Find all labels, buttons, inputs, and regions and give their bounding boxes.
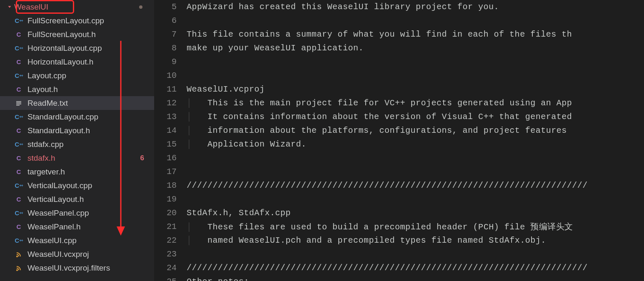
editor-line[interactable]: 14│ information about the platforms, con… (154, 124, 644, 137)
file-row[interactable]: Ctargetver.h (0, 165, 154, 179)
file-name-label: VerticalLayout.cpp (27, 181, 92, 190)
editor-line[interactable]: 12│ This is the main project file for VC… (154, 96, 644, 110)
file-row[interactable]: C++WeaselPanel.cpp (0, 206, 154, 220)
editor-line[interactable]: 10 (154, 69, 644, 82)
file-name-label: FullScreenLayout.h (27, 30, 96, 39)
file-row[interactable]: C++Layout.cpp (0, 69, 154, 82)
file-name-label: WeaselUI.vcxproj.filters (27, 264, 110, 273)
line-number: 13 (154, 112, 187, 122)
cpp-file-icon: C++ (14, 140, 23, 149)
line-number: 25 (154, 277, 187, 281)
line-number: 21 (154, 222, 187, 231)
editor-line[interactable]: 9 (154, 55, 644, 69)
file-name-label: ReadMe.txt (27, 99, 68, 108)
file-name-label: Layout.h (27, 85, 58, 94)
folder-row[interactable]: WeaselUI (0, 0, 154, 14)
line-content: ////////////////////////////////////////… (187, 181, 644, 190)
file-name-label: FullScreenLayout.cpp (27, 16, 104, 25)
editor-line[interactable]: 21│ These files are used to build a prec… (154, 220, 644, 234)
editor-line[interactable]: 11WeaselUI.vcproj (154, 82, 644, 96)
file-row[interactable]: C++FullScreenLayout.cpp (0, 14, 154, 27)
editor-line[interactable]: 17 (154, 165, 644, 179)
line-number: 23 (154, 249, 187, 259)
problems-badge: 6 (140, 154, 144, 162)
header-file-icon: C (14, 195, 23, 204)
folder-name: WeaselUI (14, 2, 48, 12)
file-row[interactable]: WeaselUI.vcxproj (0, 247, 154, 261)
header-file-icon: C (14, 167, 23, 177)
cpp-file-icon: C++ (14, 181, 23, 190)
file-name-label: HorizontalLayout.cpp (27, 44, 102, 53)
editor-line[interactable]: 13│ It contains information about the ve… (154, 110, 644, 124)
editor-line[interactable]: 19 (154, 192, 644, 206)
line-number: 16 (154, 153, 187, 163)
editor-line[interactable]: 7This file contains a summary of what yo… (154, 27, 644, 41)
file-row[interactable]: C++HorizontalLayout.cpp (0, 41, 154, 55)
editor-line[interactable]: 5AppWizard has created this WeaselUI lib… (154, 0, 644, 14)
file-row[interactable]: CFullScreenLayout.h (0, 27, 154, 41)
file-name-label: stdafx.h (27, 154, 55, 163)
header-file-icon: C (14, 222, 23, 231)
file-row[interactable]: C++WeaselUI.cpp (0, 234, 154, 247)
header-file-icon: C (14, 126, 23, 135)
file-row[interactable]: WeaselUI.vcxproj.filters (0, 261, 154, 275)
file-row[interactable]: CWeaselPanel.h (0, 220, 154, 234)
line-content: │ This is the main project file for VC++… (187, 98, 644, 108)
line-number: 6 (154, 16, 187, 25)
line-number: 24 (154, 263, 187, 273)
file-row[interactable]: C++stdafx.cpp (0, 137, 154, 151)
line-content: │ named WeaselUI.pch and a precompiled t… (187, 236, 644, 245)
file-row[interactable]: Cstdafx.h6 (0, 151, 154, 165)
header-file-icon: C (14, 30, 23, 39)
file-row[interactable]: C++StandardLayout.cpp (0, 110, 154, 124)
cpp-file-icon: C++ (14, 112, 23, 122)
line-number: 20 (154, 208, 187, 218)
editor-line[interactable]: 23 (154, 247, 644, 261)
editor-line[interactable]: 16 (154, 151, 644, 165)
file-list: C++FullScreenLayout.cppCFullScreenLayout… (0, 14, 154, 275)
file-name-label: StandardLayout.h (27, 126, 90, 135)
editor-line[interactable]: 8make up your WeaselUI application. (154, 41, 644, 55)
cpp-file-icon: C++ (14, 236, 23, 245)
cpp-file-icon: C++ (14, 209, 23, 218)
editor-line[interactable]: 22│ named WeaselUI.pch and a precompiled… (154, 234, 644, 247)
line-content: │ It contains information about the vers… (187, 112, 644, 122)
app-root: WeaselUI C++FullScreenLayout.cppCFullScr… (0, 0, 644, 281)
file-name-label: WeaselUI.vcxproj (27, 250, 89, 259)
line-number: 17 (154, 167, 187, 177)
cpp-file-icon: C++ (14, 44, 23, 53)
line-number: 15 (154, 139, 187, 149)
file-row[interactable]: ReadMe.txt (0, 96, 154, 110)
modified-dot-icon (139, 5, 142, 9)
file-name-label: VerticalLayout.h (27, 195, 84, 204)
file-row[interactable]: CLayout.h (0, 82, 154, 96)
editor-line[interactable]: 18//////////////////////////////////////… (154, 179, 644, 192)
line-content: StdAfx.h, StdAfx.cpp (187, 208, 644, 218)
line-number: 5 (154, 2, 187, 12)
editor-line[interactable]: 24//////////////////////////////////////… (154, 261, 644, 275)
editor-line[interactable]: 6 (154, 14, 644, 27)
line-content: │ information about the platforms, confi… (187, 126, 644, 135)
line-content: make up your WeaselUI application. (187, 43, 644, 53)
line-content: │ These files are used to build a precom… (187, 221, 644, 232)
file-row[interactable]: CStandardLayout.h (0, 124, 154, 137)
file-explorer: WeaselUI C++FullScreenLayout.cppCFullScr… (0, 0, 154, 281)
project-file-icon (14, 264, 23, 273)
text-editor[interactable]: 5AppWizard has created this WeaselUI lib… (154, 0, 644, 281)
line-number: 14 (154, 126, 187, 135)
file-row[interactable]: CVerticalLayout.h (0, 192, 154, 206)
editor-line[interactable]: 20StdAfx.h, StdAfx.cpp (154, 206, 644, 220)
line-content: AppWizard has created this WeaselUI libr… (187, 2, 644, 12)
header-file-icon: C (14, 85, 23, 94)
file-row[interactable]: C++VerticalLayout.cpp (0, 179, 154, 192)
line-number: 7 (154, 30, 187, 39)
editor-line[interactable]: 25Other notes: (154, 275, 644, 281)
cpp-file-icon: C++ (14, 16, 23, 25)
file-name-label: WeaselUI.cpp (27, 236, 77, 245)
line-number: 11 (154, 85, 187, 94)
editor-line[interactable]: 15│ Application Wizard. (154, 137, 644, 151)
line-number: 9 (154, 57, 187, 67)
file-name-label: StandardLayout.cpp (27, 112, 98, 122)
file-row[interactable]: CHorizontalLayout.h (0, 55, 154, 69)
line-content: ////////////////////////////////////////… (187, 263, 644, 273)
